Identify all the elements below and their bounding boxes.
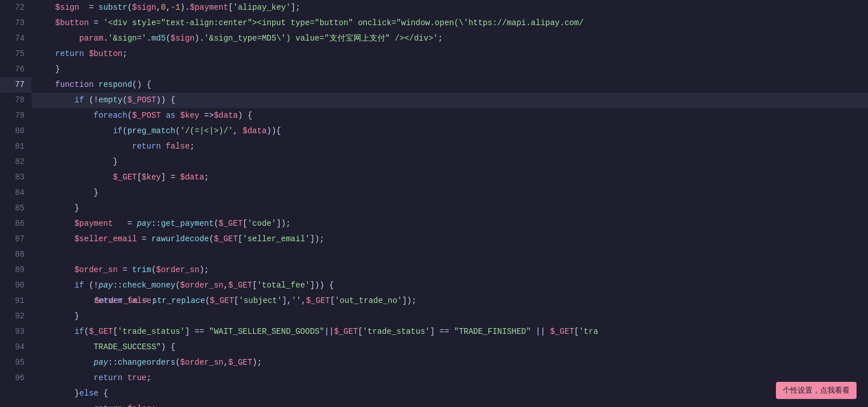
code-line-83: }	[31, 185, 868, 201]
line-80: 80	[0, 123, 31, 139]
line-72: 72	[0, 0, 31, 15]
line-74: 74	[0, 31, 31, 46]
line-85: 85	[0, 201, 31, 216]
code-line-72: $sign = substr($sign,0,-1).$payment['ali…	[31, 0, 868, 15]
line-95: 95	[0, 355, 31, 370]
line-75: 75	[0, 46, 31, 62]
line-93: 93	[0, 324, 31, 340]
tooltip-text: 个性设置，点我看看	[783, 386, 850, 394]
line-79: 79	[0, 108, 31, 123]
line-88: 88	[0, 247, 31, 262]
line-76: 76	[0, 62, 31, 77]
line-77: 77	[0, 77, 31, 93]
code-editor: 72 73 74 75 76 77 78 79 80 81 82 83 84 8…	[0, 0, 868, 407]
code-line-96: return false;	[31, 401, 868, 407]
line-numbers: 72 73 74 75 76 77 78 79 80 81 82 83 84 8…	[0, 0, 31, 407]
line-92: 92	[0, 309, 31, 324]
code-line-90: return false;	[31, 293, 868, 309]
line-87: 87	[0, 232, 31, 247]
code-line-88: $order_sn = trim($order_sn);	[31, 262, 868, 278]
code-line-76: function respond() {	[31, 77, 868, 93]
code-line-74: param.'&sign='.md5($sign).'&sign_type=MD…	[31, 31, 868, 46]
line-83: 83	[0, 170, 31, 185]
code-line-75: }	[31, 62, 868, 77]
code-line-79: if(preg_match('/(=|<|>)/', $data)){	[31, 123, 868, 139]
code-line-85: $payment = pay::get_payment($_GET['code'…	[31, 216, 868, 232]
code-line-89: if (!pay::check_money($order_sn,$_GET['t…	[31, 278, 868, 293]
line-89: 89	[0, 262, 31, 278]
line-94: 94	[0, 340, 31, 355]
code-line-77: if (!empty($_POST)) {	[31, 93, 868, 108]
line-73: 73	[0, 15, 31, 31]
line-90: 90	[0, 278, 31, 293]
code-line-78: foreach($_POST as $key =>$data) {	[31, 108, 868, 123]
code-line-93: pay::changeorders($order_sn,$_GET);	[31, 355, 868, 370]
code-line-80: return false;	[31, 139, 868, 154]
line-86: 86	[0, 216, 31, 232]
tooltip-box[interactable]: 个性设置，点我看看	[776, 382, 857, 399]
code-line-74b: return $button;	[31, 46, 868, 62]
code-line-92b: TRADE_SUCCESS") {	[31, 340, 868, 355]
code-line-81: }	[31, 154, 868, 170]
code-line-82: $_GET[$key] = $data;	[31, 170, 868, 185]
line-96: 96	[0, 370, 31, 386]
code-line-94: return true;	[31, 370, 868, 386]
line-91: 91	[0, 293, 31, 309]
code-line-84: }	[31, 201, 868, 216]
code-line-92: if($_GET['trade_status'] == "WAIT_SELLER…	[31, 324, 868, 340]
code-line-91: }	[31, 309, 868, 324]
line-84: 84	[0, 185, 31, 201]
code-line-87: $order_sn = str_replace($_GET['subject']…	[31, 247, 868, 262]
line-81: 81	[0, 139, 31, 154]
arrow-annotation	[31, 249, 35, 262]
code-line-86: $seller_email = rawurldecode($_GET['sell…	[31, 232, 868, 247]
code-line-73: $button = '<div style="text-align:center…	[31, 15, 868, 31]
code-line-95: }else {	[31, 386, 868, 401]
line-78: 78	[0, 93, 31, 108]
line-82: 82	[0, 154, 31, 170]
code-content: $sign = substr($sign,0,-1).$payment['ali…	[31, 0, 868, 407]
